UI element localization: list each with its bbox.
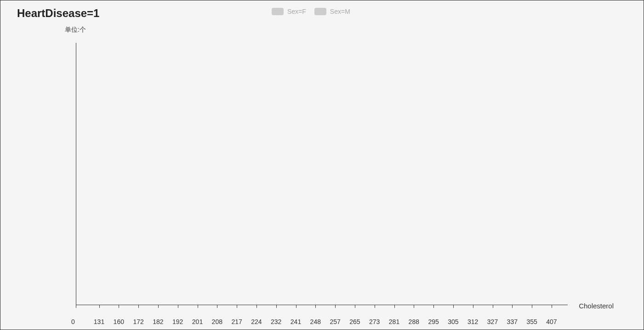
x-tick-label: 241 [291, 318, 301, 325]
x-tick-label: 281 [389, 318, 399, 325]
x-tick [512, 305, 513, 308]
x-tick-label: 208 [212, 318, 222, 325]
x-tick-label: 305 [448, 318, 458, 325]
x-tick-label: 312 [467, 318, 478, 325]
legend-item-sex-m[interactable]: Sex=M [314, 8, 350, 15]
x-tick-label: 160 [114, 318, 124, 325]
x-tick [532, 305, 532, 308]
x-tick [158, 305, 159, 308]
x-tick-label: 232 [271, 318, 281, 325]
x-tick-label: 295 [428, 318, 439, 325]
legend-marker-icon [272, 8, 284, 15]
x-tick [335, 305, 336, 308]
x-tick [473, 305, 473, 308]
x-tick-label: 248 [310, 318, 321, 325]
x-ticks [76, 305, 568, 308]
x-tick-label: 327 [487, 318, 498, 325]
x-tick-label: 224 [251, 318, 262, 325]
x-tick [198, 305, 198, 308]
y-unit-label: 单位:个 [65, 26, 86, 34]
legend-label: Sex=M [330, 8, 350, 15]
x-tick-label: 257 [330, 318, 340, 325]
x-tick [433, 305, 434, 308]
x-tick-label: 201 [192, 318, 203, 325]
x-tick-label: 337 [507, 318, 518, 325]
x-tick-label: 273 [369, 318, 380, 325]
x-tick-label: 131 [94, 318, 104, 325]
x-tick [217, 305, 217, 308]
legend-marker-icon [314, 8, 326, 15]
x-tick [394, 305, 395, 308]
x-tick-label: 288 [409, 318, 419, 325]
x-tick [296, 305, 296, 308]
x-tick-label: 217 [231, 318, 242, 325]
legend-label: Sex=F [287, 8, 306, 15]
x-tick [76, 305, 76, 308]
x-tick [375, 305, 375, 308]
x-tick [355, 305, 355, 308]
x-tick-label: 192 [172, 318, 183, 325]
x-tick [414, 305, 414, 308]
x-tick [453, 305, 454, 308]
x-tick [119, 305, 119, 308]
x-tick-label: 182 [153, 318, 163, 325]
x-tick [256, 305, 257, 308]
y-axis [76, 43, 76, 305]
x-tick-label: 172 [133, 318, 143, 325]
chart-container: HeartDisease=1 Sex=F Sex=M 单位:个 01311601… [0, 0, 644, 330]
plot-area: 0131160172182192201208217224232241248257… [76, 43, 568, 305]
chart-title: HeartDisease=1 [17, 7, 99, 20]
x-axis-title: Cholesterol [579, 302, 614, 310]
x-tick [552, 305, 552, 308]
x-tick [178, 305, 178, 308]
x-tick-label: 355 [526, 318, 537, 325]
x-tick [315, 305, 316, 308]
x-tick [99, 305, 100, 308]
x-tick-label: 407 [546, 318, 557, 325]
x-tick [493, 305, 493, 308]
x-tick-label: 0 [71, 318, 75, 325]
x-tick [138, 305, 139, 308]
legend-item-sex-f[interactable]: Sex=F [272, 8, 306, 15]
x-tick-label: 265 [349, 318, 360, 325]
legend: Sex=F Sex=M [272, 8, 350, 15]
x-tick [237, 305, 237, 308]
x-tick [276, 305, 277, 308]
